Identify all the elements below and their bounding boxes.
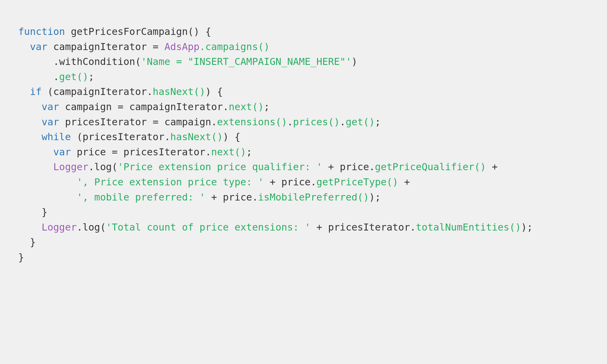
line-12: ', mobile preferred: ' + price.isMobileP… [18,191,381,203]
line-11: ', Price extension price type: ' + price… [18,176,410,188]
line-3: .withCondition('Name = "INSERT_CAMPAIGN_… [18,56,357,67]
line-8: while (pricesIterator.hasNext()) { [18,131,240,143]
line-15: } [18,236,36,248]
line-5: if (campaignIterator.hasNext()) { [18,86,223,97]
line-1: function getPricesForCampaign() { [18,26,211,37]
line-9: var price = pricesIterator.next(); [18,146,252,158]
line-14: Logger.log('Total count of price extensi… [18,221,533,233]
line-10: Logger.log('Price extension price qualif… [18,161,498,173]
line-7: var pricesIterator = campaign.extensions… [18,116,381,128]
line-6: var campaign = campaignIterator.next(); [18,101,270,113]
line-13: } [18,206,47,218]
line-16: } [18,251,24,263]
line-4: .get(); [18,71,94,83]
code-block: function getPricesForCampaign() { var ca… [18,24,589,265]
code-container: function getPricesForCampaign() { var ca… [18,24,589,265]
line-2: var campaignIterator = AdsApp.campaigns(… [18,41,270,52]
